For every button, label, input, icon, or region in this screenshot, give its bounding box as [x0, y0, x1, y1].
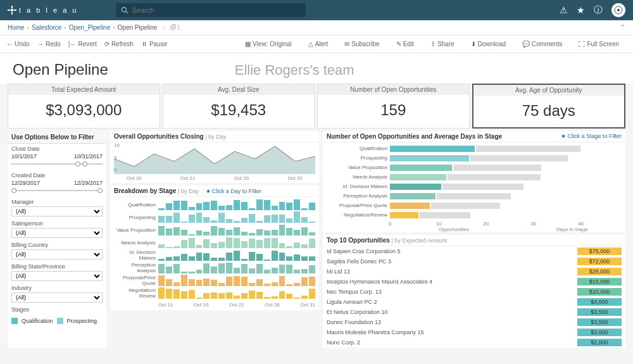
- tableau-logo[interactable]: t a b l e a u: [8, 6, 78, 15]
- subscribe-button[interactable]: ✉ Subscribe: [344, 41, 379, 47]
- stage-row[interactable]: Id. Decision Makers: [114, 249, 315, 261]
- industry-select[interactable]: (All): [11, 292, 103, 303]
- filter-link[interactable]: Click a Day to Filter: [206, 188, 261, 194]
- kpi-label: Number of Open Opportunities: [318, 84, 469, 95]
- comments-button[interactable]: 💬 Comments: [522, 41, 562, 47]
- search-icon: [121, 6, 128, 14]
- kpi-value: $3,093,000: [8, 101, 160, 119]
- svg-point-8: [617, 9, 620, 11]
- download-button[interactable]: ⬇ Download: [471, 41, 506, 47]
- legend-label: Prospecting: [67, 318, 97, 324]
- opportunity-row[interactable]: Nunc Corp. 2$2,000: [323, 337, 625, 348]
- overall-chart-panel: Overall Opportunities Closing | by Day 1…: [110, 131, 319, 183]
- top-bar: t a b l e a u ⚠ ★ ⓘ: [0, 0, 633, 20]
- undo-button[interactable]: ← Undo: [6, 41, 30, 47]
- kpi-value: 159: [318, 101, 469, 119]
- billing-state-select[interactable]: (All): [11, 271, 103, 281]
- legend-swatch: [57, 318, 63, 324]
- hbar-row[interactable]: Id. Decision Makers: [327, 182, 622, 191]
- opportunity-row[interactable]: Inceptos Hymenaeos Mauris Associates 4$1…: [323, 277, 625, 287]
- stage-name: Negotiation/ Review: [114, 287, 158, 299]
- stage-name: Prospecting: [114, 215, 158, 220]
- stage-row[interactable]: Negotiation/ Review: [114, 287, 315, 299]
- opportunity-row[interactable]: Sagittis Felis Donec PC 3$72,000: [323, 256, 625, 267]
- hbar-row[interactable]: Negotiation/Review: [327, 210, 622, 220]
- stage-name: Qualification: [114, 202, 158, 208]
- kpi-card[interactable]: Total Expected Amount$3,093,000: [8, 84, 160, 129]
- crumb-salesforce[interactable]: Salesforce: [32, 24, 61, 31]
- hbar-row[interactable]: Prospecting: [327, 153, 622, 163]
- breadcrumb: Home› Salesforce› Open_Pipeline› Open Pi…: [0, 20, 633, 35]
- created-date-slider[interactable]: [11, 187, 103, 194]
- opportunity-row[interactable]: Et Netus Corporation 10$3,500: [323, 307, 625, 317]
- opportunity-row[interactable]: Nec Tempus Corp. 13$10,000: [323, 287, 625, 297]
- svg-rect-3: [14, 9, 16, 11]
- revert-button[interactable]: |← Revert: [68, 41, 97, 47]
- breakdown-panel: Breakdown by Stage | by Day Click a Day …: [110, 185, 319, 310]
- star-icon[interactable]: ☆: [161, 24, 166, 31]
- crumb-open-pipeline-ws[interactable]: Open_Pipeline: [69, 24, 111, 31]
- close-date-slider[interactable]: [11, 161, 103, 167]
- hbar-row[interactable]: Value Proposition: [327, 163, 622, 172]
- crumb-home[interactable]: Home: [8, 24, 25, 31]
- kpi-row: Total Expected Amount$3,093,000Avg. Deal…: [0, 84, 633, 129]
- views-badge[interactable]: 🗐1: [170, 24, 180, 31]
- hbar-row[interactable]: Proposal/Price Quote: [327, 201, 622, 210]
- search-box[interactable]: [116, 3, 306, 17]
- salesperson-select[interactable]: (All): [11, 228, 103, 238]
- search-input[interactable]: [132, 6, 301, 14]
- alert-button[interactable]: △ Alert: [308, 41, 329, 47]
- stage-row[interactable]: Qualification: [114, 198, 315, 211]
- collapse-icon[interactable]: ⌃: [620, 23, 625, 32]
- billing-country-select[interactable]: (All): [11, 249, 103, 260]
- stage-name: Needs Analysis: [114, 240, 158, 246]
- refresh-button[interactable]: ⟳ Refresh: [104, 41, 134, 47]
- stage-row[interactable]: Perception Analysis: [114, 261, 315, 274]
- page-title: Open Pipeline: [13, 61, 108, 78]
- legend-swatch: [11, 318, 18, 324]
- stage-name: Proposal/Price Quote: [114, 275, 158, 286]
- open-by-stage-panel: Number of Open Opportunities and Average…: [323, 131, 625, 232]
- opportunity-row[interactable]: Mi Ltd 13$28,000: [323, 267, 625, 277]
- avatar[interactable]: [611, 3, 625, 17]
- legend-label: Qualification: [22, 318, 53, 324]
- view-button[interactable]: ▦ View: Original: [245, 41, 292, 47]
- kpi-label: Total Expected Amount: [8, 84, 160, 95]
- opportunity-row[interactable]: Id Sapien Cras Corporation 5$75,000: [323, 246, 625, 256]
- opportunity-row[interactable]: Mauris Molestie Pharetra Company 15$3,00…: [323, 327, 625, 337]
- edit-button[interactable]: ✎ Edit: [396, 41, 414, 47]
- hbar-row[interactable]: Qualification: [327, 144, 622, 153]
- crumb-current: Open Pipeline: [118, 24, 158, 31]
- kpi-card[interactable]: Avg. Age of Opportunity75 days: [472, 84, 626, 129]
- kpi-value: $19,453: [163, 101, 315, 119]
- stage-row[interactable]: Proposal/Price Quote: [114, 274, 315, 287]
- kpi-label: Avg. Deal Size: [163, 84, 315, 95]
- svg-point-5: [122, 8, 127, 12]
- kpi-label: Avg. Age of Opportunity: [473, 85, 625, 96]
- stage-name: Id. Decision Makers: [114, 249, 158, 261]
- kpi-card[interactable]: Number of Open Opportunities159: [317, 84, 470, 129]
- filter-panel: Use Options Below to Filter Close Date 1…: [8, 131, 106, 348]
- opportunity-row[interactable]: Ligula Aenean PC 2$4,000: [323, 297, 625, 307]
- alert-icon[interactable]: ⚠: [560, 5, 568, 15]
- stage-row[interactable]: Needs Analysis: [114, 236, 315, 249]
- opportunity-row[interactable]: Donec Foundation 13$3,500: [323, 317, 625, 327]
- redo-button[interactable]: → Redo: [37, 41, 61, 47]
- logo-icon: [8, 6, 16, 15]
- fullscreen-button[interactable]: ⛶ Full Screen: [579, 41, 619, 47]
- favorite-icon[interactable]: ★: [577, 5, 585, 15]
- hbar-row[interactable]: Needs Analysis: [327, 172, 622, 182]
- hbar-row[interactable]: Perception Analysis: [327, 191, 622, 201]
- kpi-card[interactable]: Avg. Deal Size$19,453: [163, 84, 315, 129]
- stage-row[interactable]: Value Proposition: [114, 223, 315, 236]
- info-icon[interactable]: ⓘ: [594, 4, 603, 16]
- overall-area-chart[interactable]: 1050 Oct 16Oct 21Oct 26Oct 31: [110, 142, 319, 183]
- manager-select[interactable]: (All): [11, 206, 103, 217]
- stage-filter-link[interactable]: Click a Stage to Filter: [561, 133, 622, 139]
- brand-text: t a b l e a u: [19, 6, 78, 14]
- stage-row[interactable]: Prospecting: [114, 211, 315, 223]
- title-row: Open Pipeline Ellie Rogers's team: [0, 53, 633, 84]
- pause-button[interactable]: ⏸ Pause: [141, 41, 167, 47]
- svg-line-6: [126, 11, 128, 13]
- share-button[interactable]: ⇪ Share: [430, 41, 454, 47]
